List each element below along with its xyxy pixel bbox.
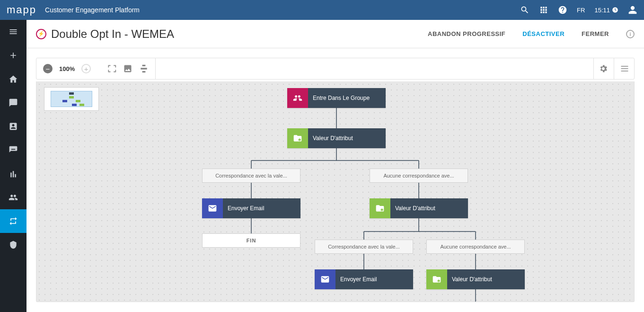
- zoom-level: 100%: [59, 65, 75, 72]
- branch-nomatch-2[interactable]: Aucune correspondance ave...: [426, 240, 525, 254]
- node-send-email-2[interactable]: Envoyer Email: [315, 269, 413, 289]
- branch-nomatch-1[interactable]: Aucune correspondance ave...: [370, 169, 468, 183]
- close-button[interactable]: FERMER: [582, 30, 609, 37]
- gear-icon[interactable]: [599, 64, 608, 73]
- list-icon[interactable]: [620, 64, 629, 73]
- analytics-icon[interactable]: [0, 162, 26, 186]
- clock: 15:11: [594, 7, 618, 14]
- node-label: Entre Dans Le Groupe: [308, 88, 386, 108]
- language-selector[interactable]: FR: [577, 7, 585, 14]
- info-icon[interactable]: i: [626, 30, 635, 38]
- page-header: ⚡ Double Opt In - WEMEA ABANDON PROGRESS…: [26, 20, 644, 48]
- node-label: Valeur D'attribut: [390, 198, 468, 218]
- minimap[interactable]: [44, 87, 99, 111]
- node-label: Envoyer Email: [335, 269, 413, 289]
- platform-label: Customer Engagement Platform: [45, 6, 140, 14]
- contacts-icon[interactable]: [0, 115, 26, 138]
- node-label: Valeur D'attribut: [447, 269, 525, 289]
- node-label: Envoyer Email: [223, 198, 300, 218]
- chat-icon[interactable]: [0, 91, 26, 115]
- abandon-button[interactable]: ABANDON PROGRESSIF: [428, 30, 505, 37]
- branch-match-1[interactable]: Correspondance avec la vale...: [202, 169, 300, 183]
- logo: mapp: [7, 4, 36, 16]
- node-enter-group[interactable]: Entre Dans Le Groupe: [287, 88, 386, 108]
- shield-icon[interactable]: [0, 233, 26, 257]
- node-send-email-1[interactable]: Envoyer Email: [202, 198, 300, 218]
- node-attribute-value-2[interactable]: ? Valeur D'attribut: [370, 198, 468, 218]
- add-icon[interactable]: [0, 44, 26, 67]
- search-icon[interactable]: [520, 5, 529, 15]
- help-icon[interactable]: [558, 5, 567, 15]
- node-label: Valeur D'attribut: [308, 128, 386, 148]
- flow-canvas[interactable]: Entre Dans Le Groupe ? Valeur D'attribut…: [36, 81, 635, 302]
- image-icon[interactable]: [123, 64, 132, 73]
- apps-icon[interactable]: [539, 5, 548, 15]
- message-icon[interactable]: [0, 138, 26, 162]
- branch-match-2[interactable]: Correspondance avec la vale...: [315, 240, 413, 254]
- zoom-out-button[interactable]: −: [43, 64, 53, 73]
- whiteboard-icon: ⚡: [36, 29, 46, 39]
- deactivate-button[interactable]: DÉSACTIVER: [522, 30, 565, 37]
- page-title: Double Opt In - WEMEA: [51, 27, 174, 41]
- node-attribute-value-3[interactable]: ? Valeur D'attribut: [426, 269, 525, 289]
- top-bar: mapp Customer Engagement Platform FR 15:…: [0, 0, 644, 20]
- home-icon[interactable]: [0, 67, 26, 91]
- align-icon[interactable]: [139, 64, 149, 73]
- node-attribute-value-1[interactable]: ? Valeur D'attribut: [287, 128, 386, 148]
- menu-icon[interactable]: [0, 20, 26, 44]
- automation-icon[interactable]: [0, 209, 26, 233]
- canvas-toolbar: − 100% +: [36, 58, 635, 80]
- sidebar: [0, 20, 26, 312]
- zoom-in-button[interactable]: +: [81, 64, 91, 73]
- node-end[interactable]: FIN: [202, 233, 300, 248]
- audience-icon[interactable]: [0, 186, 26, 209]
- user-icon[interactable]: [628, 5, 637, 15]
- fit-icon[interactable]: [107, 64, 116, 73]
